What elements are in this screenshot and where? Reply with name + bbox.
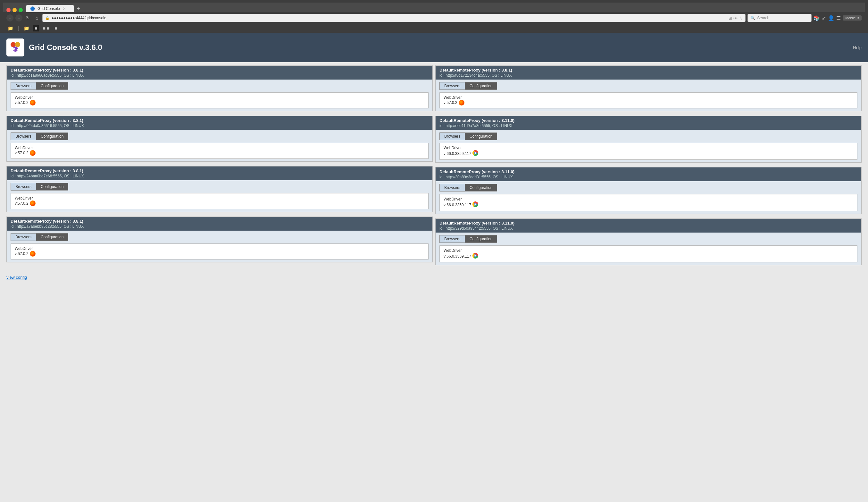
page-title: Grid Console v.3.6.0: [29, 43, 102, 52]
firefox-icon-4: [30, 200, 35, 206]
proxy-tab-browsers-6[interactable]: Browsers: [11, 233, 36, 241]
proxy-tab-configuration-2[interactable]: Configuration: [36, 132, 68, 140]
home-button[interactable]: ⌂: [33, 14, 40, 21]
firefox-icon-1: [459, 100, 464, 106]
proxy-tab-browsers-1[interactable]: Browsers: [440, 82, 465, 90]
version-text-5: v:66.0.3359.117: [444, 203, 471, 207]
proxy-tab-configuration-1[interactable]: Configuration: [465, 82, 497, 90]
divider-btn[interactable]: ■ ■: [41, 25, 51, 31]
active-tab[interactable]: 🔵 Grid Console ✕: [26, 5, 74, 12]
proxy-title-4: DefaultRemoteProxy (version : 3.8.1): [11, 168, 428, 173]
tab-close-button[interactable]: ✕: [62, 7, 66, 11]
grid-icon[interactable]: ⊞: [728, 16, 732, 21]
page-content: Se Grid Console v.3.6.0 Help DefaultRemo…: [0, 33, 868, 502]
proxy-tab-browsers-4[interactable]: Browsers: [11, 183, 36, 191]
minimize-button[interactable]: [12, 8, 17, 12]
browser-version-5: v:66.0.3359.117: [444, 201, 478, 208]
forward-button[interactable]: →: [16, 14, 22, 21]
page-header: Se Grid Console v.3.6.0 Help: [0, 33, 868, 62]
lock-icon: 🔒: [45, 16, 50, 20]
proxy-id-2: id : http://024da0a35516:5555, OS : LINU…: [11, 123, 428, 128]
help-link[interactable]: Help: [853, 45, 861, 50]
proxy-tab-configuration-4[interactable]: Configuration: [36, 183, 68, 191]
browser-version-4: v:57.0.2: [15, 200, 35, 206]
search-icon: 🔍: [750, 16, 755, 20]
proxy-tab-browsers-0[interactable]: Browsers: [11, 82, 36, 90]
bookmarks-toolbar-button[interactable]: 📁: [7, 25, 14, 31]
sync-button[interactable]: 👤: [828, 15, 834, 21]
proxy-tab-browsers-7[interactable]: Browsers: [440, 235, 465, 243]
proxy-card-3: DefaultRemoteProxy (version : 3.11.0)id …: [435, 116, 861, 163]
address-bar[interactable]: 🔒 ●●●●●●●●●●:4444/grid/console ⊞ ••• ☆: [42, 14, 746, 22]
view-config-section: view config: [0, 273, 868, 283]
webdriver-label-2: WebDriver: [15, 145, 35, 150]
refresh-button[interactable]: ↻: [24, 14, 31, 21]
search-bar[interactable]: 🔍 Search: [747, 14, 812, 22]
proxy-title-5: DefaultRemoteProxy (version : 3.11.0): [440, 169, 857, 174]
webdriver-label-5: WebDriver: [444, 197, 478, 201]
proxy-title-7: DefaultRemoteProxy (version : 3.11.0): [440, 221, 857, 225]
proxy-tab-browsers-2[interactable]: Browsers: [11, 132, 36, 140]
proxy-tab-configuration-3[interactable]: Configuration: [465, 132, 497, 140]
proxy-card-0: DefaultRemoteProxy (version : 3.8.1)id :…: [7, 66, 433, 111]
menu-button[interactable]: ☰: [836, 15, 841, 21]
browser-version-6: v:57.0.2: [15, 251, 35, 257]
browser-entry-6: WebDriverv:57.0.2: [11, 243, 428, 260]
maximize-button[interactable]: [19, 8, 23, 12]
proxy-title-6: DefaultRemoteProxy (version : 3.8.1): [11, 219, 428, 223]
proxy-tab-configuration-0[interactable]: Configuration: [36, 82, 68, 90]
more-button[interactable]: •••: [733, 16, 738, 21]
chrome-icon-5: [473, 201, 478, 208]
header-left: Se Grid Console v.3.6.0: [7, 39, 102, 57]
back-button[interactable]: ←: [7, 14, 13, 21]
proxy-id-5: id : http://30a89e3ddd31:5555, OS : LINU…: [440, 175, 857, 179]
small-square-btn[interactable]: ■: [53, 25, 58, 31]
proxy-tab-browsers-3[interactable]: Browsers: [440, 132, 465, 140]
svg-text:Se: Se: [12, 47, 18, 52]
browser-version-1: v:57.0.2: [444, 100, 464, 106]
proxy-tab-configuration-6[interactable]: Configuration: [36, 233, 68, 241]
version-text-1: v:57.0.2: [444, 100, 457, 105]
dark-folder-button[interactable]: ■: [33, 25, 39, 31]
view-config-link[interactable]: view config: [7, 275, 27, 280]
webdriver-label-4: WebDriver: [15, 196, 35, 200]
proxy-title-1: DefaultRemoteProxy (version : 3.8.1): [440, 68, 857, 72]
proxy-id-4: id : http://24baa0bd7e68:5555, OS : LINU…: [11, 174, 428, 178]
right-column: DefaultRemoteProxy (version : 3.8.1)id :…: [434, 66, 863, 270]
firefox-icon-0: [30, 100, 35, 106]
proxy-tab-browsers-5[interactable]: Browsers: [440, 184, 465, 191]
version-text-2: v:57.0.2: [15, 151, 29, 155]
new-tab-button[interactable]: +: [74, 6, 83, 12]
firefox-icon-6: [30, 251, 35, 257]
proxy-card-1: DefaultRemoteProxy (version : 3.8.1)id :…: [435, 66, 861, 111]
tab-title: Grid Console: [38, 7, 60, 11]
version-text-6: v:57.0.2: [15, 251, 29, 256]
proxy-tab-configuration-5[interactable]: Configuration: [465, 184, 497, 191]
browser-version-3: v:66.0.3359.117: [444, 150, 478, 157]
proxy-id-6: id : http://a7abebb85c28:5555, OS : LINU…: [11, 224, 428, 229]
bookmark-button[interactable]: ☆: [739, 16, 743, 21]
folder-button[interactable]: 📁: [22, 25, 30, 31]
proxy-title-2: DefaultRemoteProxy (version : 3.8.1): [11, 118, 428, 123]
svg-point-12: [475, 255, 476, 257]
search-placeholder: Search: [757, 16, 769, 20]
browser-entry-0: WebDriverv:57.0.2: [11, 92, 428, 108]
browser-version-7: v:66.0.3359.117: [444, 253, 478, 260]
browser-entry-1: WebDriverv:57.0.2: [440, 92, 857, 108]
proxy-card-5: DefaultRemoteProxy (version : 3.11.0)id …: [435, 167, 861, 214]
svg-point-9: [475, 204, 476, 205]
chrome-icon-3: [473, 150, 478, 157]
tab-favicon: 🔵: [30, 7, 35, 11]
mobile-button[interactable]: Mobile B: [843, 16, 861, 21]
webdriver-label-7: WebDriver: [444, 248, 478, 253]
proxy-title-0: DefaultRemoteProxy (version : 3.8.1): [11, 68, 428, 72]
screenshot-button[interactable]: ⤢: [822, 15, 826, 21]
bookmarks-library-button[interactable]: 📚: [814, 15, 820, 21]
proxy-card-6: DefaultRemoteProxy (version : 3.8.1)id :…: [7, 217, 433, 262]
close-button[interactable]: [7, 8, 11, 12]
webdriver-label-3: WebDriver: [444, 145, 478, 150]
browser-chrome: 🔵 Grid Console ✕ + ← → ↻ ⌂ 🔒 ●●●●●●●●●●:…: [0, 0, 868, 33]
webdriver-label-0: WebDriver: [15, 95, 35, 100]
proxy-tab-configuration-7[interactable]: Configuration: [465, 235, 497, 243]
firefox-icon-2: [30, 150, 35, 156]
